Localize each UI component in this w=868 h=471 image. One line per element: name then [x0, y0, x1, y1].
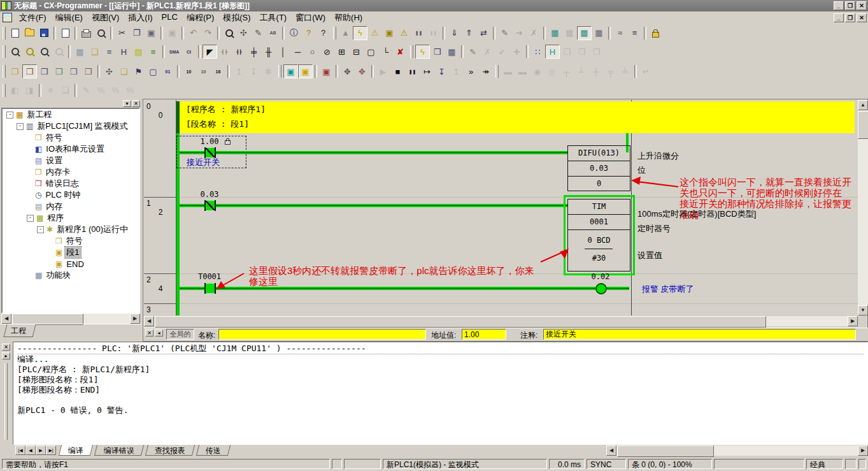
toggle-grid-icon[interactable]: ▦ — [73, 45, 87, 59]
coil-0.02[interactable] — [595, 283, 607, 294]
new-vertical-line-icon[interactable]: │ — [276, 45, 290, 59]
new-coil-icon[interactable]: ○ — [305, 45, 320, 59]
diff-both-icon[interactable]: ┼ — [588, 64, 603, 78]
options-icon[interactable]: ✣ — [102, 64, 117, 78]
scroll-right-icon[interactable]: ▶ — [848, 316, 858, 326]
show-local-symbols-icon[interactable]: ❒ — [66, 64, 81, 78]
rate-2-icon[interactable]: % — [108, 83, 123, 98]
symbol-address-input[interactable] — [462, 329, 506, 340]
menu-program-menu[interactable]: 编程(P) — [182, 11, 218, 25]
output-close-icon[interactable]: ✕ — [2, 344, 10, 351]
radix-signed-decimal-icon[interactable]: 10 — [196, 64, 211, 78]
new-contact-icon[interactable]: ┤├ — [217, 45, 232, 59]
tree-item-功能块[interactable]: ▦功能块 — [3, 270, 139, 281]
watch-check-icon[interactable]: ✔ — [495, 45, 509, 59]
splitter-grip[interactable] — [4, 363, 8, 440]
tree-item-新工程[interactable]: -▦新工程 — [3, 109, 139, 120]
radix-hex-icon[interactable]: 16 — [211, 64, 225, 78]
mdi-close-button[interactable]: ✕ — [857, 13, 867, 22]
scroll-thumb[interactable] — [858, 111, 868, 139]
monitor-view-2-icon[interactable]: ▦ — [562, 26, 577, 40]
show-address-reference-icon[interactable]: ❒ — [81, 64, 96, 78]
radix-decimal-icon[interactable]: 10 — [181, 64, 196, 78]
find-options-icon[interactable]: ✣ — [236, 26, 251, 40]
block-comment-icon[interactable]: ❏ — [58, 83, 73, 98]
toolbar-grip[interactable] — [495, 65, 499, 78]
tab-scroll-first-icon[interactable]: |◀ — [15, 446, 25, 455]
paste-rung-icon[interactable]: ▣ — [165, 26, 180, 40]
tree-item-段1[interactable]: ▣段1 — [3, 247, 139, 258]
tree-hscrollbar[interactable]: ◀ ▶ — [1, 314, 140, 324]
difu-instruction-block[interactable]: DIFU(013) 0.03 0 — [567, 145, 630, 191]
show-rung-annotations-icon[interactable]: ≡ — [102, 45, 117, 59]
show-comments-icon[interactable]: ❏ — [87, 45, 102, 59]
online-bit-set-icon[interactable]: ▬ — [501, 64, 515, 78]
show-cross-reference-icon[interactable]: ❒ — [52, 64, 66, 78]
compile-program-icon[interactable]: ▲ — [338, 26, 353, 40]
online-edit-send-icon[interactable]: ➔ — [512, 26, 527, 40]
watch-remove-icon[interactable]: ✗ — [480, 45, 495, 59]
time-chart-monitor-icon[interactable]: ≡ — [627, 26, 642, 40]
toggle-monitoring-icon[interactable]: ▣ — [283, 64, 298, 78]
new-file-icon[interactable] — [8, 26, 22, 40]
tree-item-END[interactable]: ▣END — [3, 258, 139, 270]
select-mode-icon[interactable]: ◤ — [203, 45, 217, 59]
rate-1-icon[interactable]: % — [94, 83, 108, 98]
monitor-warning-icon[interactable]: ⚠ — [367, 26, 382, 40]
set-protection-icon[interactable] — [648, 26, 663, 40]
pause-monitoring-icon[interactable]: ❚❚ — [411, 26, 426, 40]
contact-T0001[interactable] — [204, 283, 216, 294]
copy-icon[interactable]: ❐ — [129, 26, 144, 40]
symbol-bar-prev-icon[interactable]: ◂ — [155, 330, 163, 337]
simulator-online-icon[interactable]: ϟ — [415, 45, 430, 59]
simulator-scan-step-icon[interactable]: ✥ — [355, 64, 369, 78]
print-preview-icon[interactable] — [94, 26, 108, 40]
context-help-icon[interactable]: ? — [316, 26, 331, 40]
window-view-3-icon[interactable]: ❒ — [589, 45, 604, 59]
output-hscrollbar[interactable]: ◀ ▶ — [606, 446, 868, 456]
download-to-plc-icon[interactable]: ⇓ — [447, 26, 462, 40]
zoom-100-icon[interactable] — [37, 45, 52, 59]
sim-run-icon[interactable]: ▶ — [376, 64, 390, 78]
scroll-down-icon[interactable]: ▼ — [858, 305, 868, 315]
force-off-icon[interactable]: ↧ — [246, 64, 261, 78]
sim-step-icon[interactable]: ↦ — [420, 64, 434, 78]
scroll-right-icon[interactable]: ▶ — [858, 446, 868, 456]
monitor-view-1-icon[interactable]: ▦ — [548, 26, 562, 40]
menu-plc-menu[interactable]: PLC — [157, 11, 182, 25]
expander-icon[interactable]: - — [6, 112, 13, 119]
panel-menu-icon[interactable]: ▾ — [123, 100, 131, 107]
watch-window-icon[interactable]: H — [545, 45, 560, 59]
toolbar-grip[interactable] — [3, 65, 6, 78]
new-coil-nc-icon[interactable]: ⊘ — [320, 45, 334, 59]
menu-tools-menu[interactable]: 工具(T) — [255, 11, 292, 25]
dialog-view-icon[interactable]: ▢ — [146, 64, 160, 78]
menu-file-menu[interactable]: 文件(F) — [15, 11, 51, 25]
window-view-2-icon[interactable]: ❒ — [574, 45, 589, 59]
show-watch-window-icon[interactable]: ❒ — [37, 64, 52, 78]
compile-all-programs-icon[interactable]: ❒ — [430, 45, 445, 59]
outdent-icon[interactable]: ◨ — [22, 83, 37, 98]
print-icon[interactable] — [79, 26, 94, 40]
sim-fast-forward-icon[interactable]: » — [464, 64, 478, 78]
restore-button[interactable]: ❐ — [845, 1, 855, 10]
help-icon[interactable]: ? — [301, 26, 316, 40]
panel-close-icon[interactable]: ✕ — [132, 100, 140, 107]
memory-view-icon[interactable]: ▦ — [445, 45, 459, 59]
cut-icon[interactable]: ✂ — [115, 26, 129, 40]
binary-view-icon[interactable]: 01 — [160, 64, 175, 78]
output-expand-icon[interactable]: ▸ — [2, 352, 10, 359]
address-reference-tool-icon[interactable]: ∷ — [530, 45, 545, 59]
zoom-in-icon[interactable] — [8, 45, 22, 59]
redo-icon[interactable]: ↷ — [201, 26, 215, 40]
online-save-icon[interactable]: ▣ — [382, 26, 397, 40]
tree-item-PLC 时钟[interactable]: ◷PLC 时钟 — [3, 189, 139, 201]
io-comment-icon[interactable]: ❏ — [117, 64, 131, 78]
sim-step-out-icon[interactable]: ↥ — [449, 64, 464, 78]
force-cancel-icon[interactable]: ✻ — [261, 64, 276, 78]
watch-add-icon[interactable]: ✎ — [466, 45, 480, 59]
tab-scroll-prev-icon[interactable]: ◀ — [25, 446, 36, 455]
toolbar-grip[interactable] — [333, 27, 336, 40]
tree-item-新程序1 (00)运行中[interactable]: -✱新程序1 (00)运行中 — [3, 224, 139, 235]
expander-icon[interactable]: - — [17, 123, 24, 130]
